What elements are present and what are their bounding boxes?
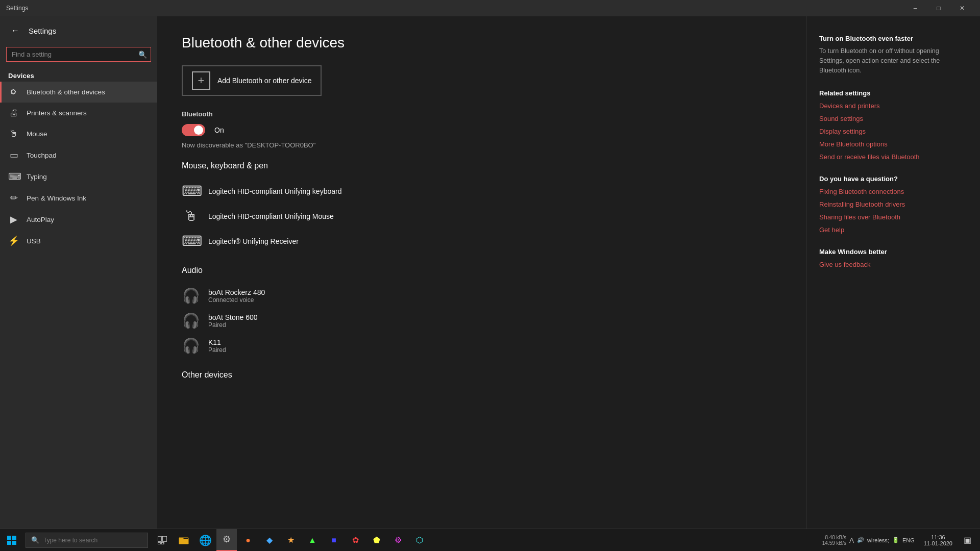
minimize-button[interactable]: – — [903, 0, 927, 16]
headphones-icon: 🎧 — [182, 312, 200, 329]
link-display-settings[interactable]: Display settings — [819, 128, 964, 135]
device-info: Logitech® Unifying Receiver — [208, 237, 299, 245]
sidebar-item-printers[interactable]: 🖨 Printers & scanners — [0, 103, 157, 123]
task-view-button[interactable] — [152, 529, 173, 552]
search-input[interactable] — [6, 47, 151, 62]
svg-rect-3 — [12, 541, 16, 545]
chrome-button[interactable]: 🌐 — [195, 529, 215, 552]
device-info: boAt Stone 600 Paired — [208, 313, 258, 329]
autoplay-icon: ▶ — [8, 214, 19, 225]
device-item-boat-rockerz[interactable]: 🎧 boAt Rockerz 480 Connected voice — [182, 283, 782, 308]
device-item-logitech-keyboard[interactable]: ⌨ Logitech HID-compliant Unifying keyboa… — [182, 179, 782, 204]
link-send-receive[interactable]: Send or receive files via Bluetooth — [819, 153, 964, 161]
add-device-label: Add Bluetooth or other device — [217, 77, 311, 85]
sidebar-item-bluetooth[interactable]: ⭘ Bluetooth & other devices — [0, 82, 157, 103]
expand-tray-icon[interactable]: ⋀ — [849, 537, 854, 543]
sidebar-item-label: Pen & Windows Ink — [27, 194, 86, 202]
volume-icon[interactable]: 🔊 — [857, 537, 864, 543]
back-button[interactable]: ← — [8, 23, 22, 38]
svg-rect-2 — [7, 541, 11, 545]
app10-button[interactable]: ⬟ — [366, 529, 387, 552]
close-button[interactable]: ✕ — [950, 0, 974, 16]
network-speed: 8.40 kB/s 14.59 kB/s — [822, 535, 846, 546]
sidebar-item-usb[interactable]: ⚡ USB — [0, 230, 157, 252]
page-title: Bluetooth & other devices — [182, 35, 782, 51]
link-sharing-bt[interactable]: Sharing files over Bluetooth — [819, 213, 964, 221]
svg-rect-0 — [7, 536, 11, 540]
device-name: boAt Stone 600 — [208, 313, 258, 321]
add-icon: + — [192, 71, 210, 90]
device-name: Logitech HID-compliant Unifying keyboard — [208, 187, 341, 195]
app7-button[interactable]: ▲ — [302, 529, 323, 552]
sidebar-item-pen[interactable]: ✏ Pen & Windows Ink — [0, 187, 157, 209]
time-display: 11:36 — [931, 534, 945, 540]
battery-icon[interactable]: 🔋 — [892, 537, 899, 543]
toggle-track — [182, 124, 205, 136]
other-section-title: Other devices — [182, 370, 782, 380]
touchpad-icon: ▭ — [8, 149, 19, 161]
bluetooth-toggle-row: On — [182, 124, 782, 136]
device-info: boAt Rockerz 480 Connected voice — [208, 288, 265, 304]
link-devices-printers[interactable]: Devices and printers — [819, 102, 964, 110]
app11-button[interactable]: ⚙ — [388, 529, 408, 552]
sidebar-item-label: Touchpad — [27, 152, 57, 159]
link-more-bluetooth[interactable]: More Bluetooth options — [819, 140, 964, 148]
sidebar-app-title: Settings — [29, 27, 56, 35]
toggle-label: On — [214, 126, 224, 134]
device-item-k11[interactable]: 🎧 K11 Paired — [182, 333, 782, 358]
app12-button[interactable]: ⬡ — [409, 529, 430, 552]
taskbar-search-input[interactable] — [43, 537, 142, 544]
file-explorer-button[interactable] — [174, 529, 194, 552]
bluetooth-toggle[interactable] — [182, 124, 205, 136]
sidebar-item-mouse[interactable]: 🖱 Mouse — [0, 123, 157, 144]
device-item-logitech-receiver[interactable]: ⌨ Logitech® Unifying Receiver — [182, 229, 782, 254]
sidebar-item-typing[interactable]: ⌨ Typing — [0, 166, 157, 187]
app9-button[interactable]: ✿ — [345, 529, 365, 552]
taskbar-right: 8.40 kB/s 14.59 kB/s ⋀ 🔊 wireless; 🔋 ENG… — [819, 529, 980, 552]
device-item-boat-stone[interactable]: 🎧 boAt Stone 600 Paired — [182, 308, 782, 333]
task-view-icon — [158, 536, 167, 544]
app6-button[interactable]: ★ — [281, 529, 301, 552]
bluetooth-icon: ⭘ — [8, 87, 19, 97]
app4-button[interactable]: ● — [238, 529, 258, 552]
printers-icon: 🖨 — [8, 108, 19, 118]
sidebar-item-label: Printers & scanners — [27, 109, 87, 117]
keyboard-icon: ⌨ — [182, 183, 200, 199]
wifi-icon[interactable]: wireless; — [867, 537, 889, 543]
right-panel: Turn on Bluetooth even faster To turn Bl… — [806, 16, 980, 529]
device-name: boAt Rockerz 480 — [208, 288, 265, 296]
settings-button[interactable]: ⚙ — [216, 529, 237, 552]
device-info: K11 Paired — [208, 338, 226, 354]
link-feedback[interactable]: Give us feedback — [819, 261, 964, 268]
titlebar-title: Settings — [6, 5, 903, 12]
lang-label: ENG — [902, 537, 915, 543]
sidebar-item-label: USB — [27, 237, 41, 245]
link-fixing-bt[interactable]: Fixing Bluetooth connections — [819, 188, 964, 195]
taskbar-clock[interactable]: 11:36 11-01-2020 — [920, 534, 957, 546]
sidebar-item-autoplay[interactable]: ▶ AutoPlay — [0, 209, 157, 230]
device-item-logitech-mouse[interactable]: 🖱 Logitech HID-compliant Unifying Mouse — [182, 204, 782, 229]
sidebar-item-touchpad[interactable]: ▭ Touchpad — [0, 144, 157, 166]
maximize-button[interactable]: □ — [927, 0, 950, 16]
sidebar-item-label: Typing — [27, 173, 47, 181]
add-device-button[interactable]: + Add Bluetooth or other device — [182, 65, 322, 96]
toggle-thumb — [194, 126, 203, 135]
sidebar-header: ← Settings — [0, 16, 157, 45]
make-better-title: Make Windows better — [819, 248, 964, 256]
device-status: Paired — [208, 346, 226, 354]
receiver-icon: ⌨ — [182, 233, 200, 249]
link-sound-settings[interactable]: Sound settings — [819, 115, 964, 122]
titlebar: Settings – □ ✕ — [0, 0, 980, 16]
link-get-help[interactable]: Get help — [819, 226, 964, 234]
windows-icon — [7, 536, 16, 545]
svg-rect-6 — [158, 542, 160, 544]
link-reinstalling-bt[interactable]: Reinstalling Bluetooth drivers — [819, 201, 964, 208]
sidebar: ← Settings 🔍 Devices ⭘ Bluetooth & other… — [0, 16, 157, 529]
sidebar-section-label: Devices — [0, 66, 157, 82]
app8-button[interactable]: ■ — [324, 529, 344, 552]
app5-button[interactable]: ◆ — [259, 529, 280, 552]
usb-icon: ⚡ — [8, 235, 19, 246]
start-button[interactable] — [0, 529, 23, 552]
tip-text: To turn Bluetooth on or off without open… — [819, 46, 964, 75]
notification-button[interactable]: ▣ — [959, 529, 976, 552]
